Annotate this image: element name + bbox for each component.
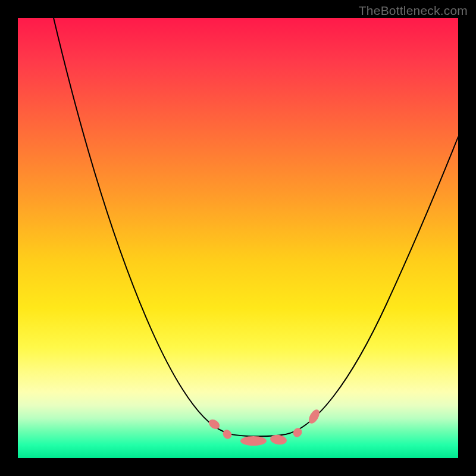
bottleneck-curve	[54, 18, 458, 436]
chart-frame: TheBottleneck.com	[0, 0, 476, 476]
curve-marker	[221, 428, 234, 440]
plot-area	[18, 18, 458, 458]
curve-svg	[18, 18, 458, 458]
watermark-text: TheBottleneck.com	[359, 4, 468, 18]
curve-marker	[240, 436, 267, 446]
marker-group	[207, 408, 322, 446]
curve-marker	[292, 426, 304, 439]
